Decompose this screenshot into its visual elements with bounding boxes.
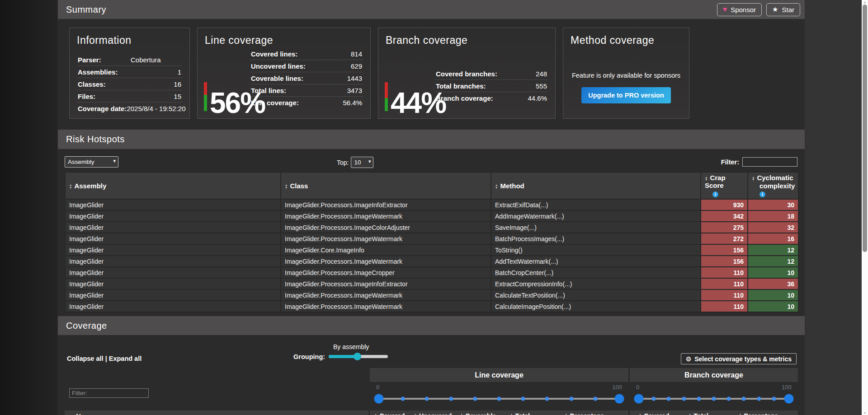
- method-link-cell[interactable]: SaveImage(...): [491, 222, 701, 233]
- slider-dot: [569, 397, 573, 401]
- slider-handle[interactable]: [615, 394, 624, 404]
- class-link-cell[interactable]: ImageGlider.Processors.ImageCropper: [281, 267, 491, 278]
- scroll-up-arrow-icon[interactable]: ▲: [862, 0, 868, 4]
- stat-row: Coverable lines: 1443: [250, 72, 363, 84]
- scroll-down-arrow-icon[interactable]: ▼: [862, 411, 868, 415]
- method-link-cell[interactable]: CalculateTextPosition(...): [491, 289, 701, 301]
- column-header-covered[interactable]: ▲▼Covered: [370, 412, 409, 415]
- method-link-cell[interactable]: CalculateImagePosition(...): [491, 301, 701, 312]
- assembly-cell: ImageGlider: [65, 199, 281, 210]
- column-header-uncovered[interactable]: ▲▼Uncovered: [409, 412, 457, 415]
- method-link-cell[interactable]: BatchProcessImages(...): [491, 233, 701, 244]
- column-header-method[interactable]: ▲▼Method: [491, 172, 701, 199]
- grouping-value-label: By assembly: [333, 343, 388, 350]
- class-link-cell[interactable]: ImageGlider.Core.ImageInfo: [281, 244, 491, 256]
- slider-handle[interactable]: [784, 394, 794, 404]
- info-icon[interactable]: [712, 191, 718, 197]
- risk-hotspots-header-row: ▲▼Assembly ▲▼Class ▲▼Method ▲▼Crap Score…: [65, 172, 798, 199]
- top-n-select-wrap: 10: [351, 157, 373, 168]
- column-header-covered[interactable]: ▲▼Covered: [630, 412, 678, 415]
- risk-filter-control: Filter:: [721, 157, 797, 167]
- column-header-crap-score[interactable]: ▲▼Crap Score: [701, 172, 748, 199]
- method-link-cell[interactable]: ExtractCompressionInfo(...): [491, 278, 701, 289]
- slider-dot: [742, 397, 746, 401]
- class-link-cell[interactable]: ImageGlider.Processors.ImageWatermark: [281, 233, 491, 244]
- method-link-cell[interactable]: ExtractExifData(...): [491, 199, 701, 210]
- crap-score-cell: 110: [701, 301, 748, 312]
- select-metrics-button[interactable]: ⚙ Select coverage types & metrics: [681, 353, 797, 364]
- method-link-cell[interactable]: AddImageWatermark(...): [491, 210, 701, 222]
- link-separator: |: [105, 355, 107, 362]
- coverage-table-header: Line coverage Branch coverage 0 100 0 10…: [65, 368, 798, 415]
- scrollbar-thumb[interactable]: [863, 5, 867, 252]
- column-header-name[interactable]: ▲Name: [65, 410, 368, 415]
- stat-label: Coverage date:: [78, 105, 127, 112]
- hotspot-row: ImageGlider ImageGlider.Processors.Image…: [65, 278, 798, 289]
- stat-row: Line coverage: 56.4%: [250, 97, 363, 109]
- vertical-scrollbar[interactable]: ▲ ▼: [862, 0, 868, 415]
- cyclomatic-complexity-cell: 10: [748, 301, 798, 312]
- top-n-control: Top: 10: [337, 157, 373, 168]
- column-header-percentage[interactable]: ▲▼Percentage: [540, 412, 628, 415]
- upgrade-pro-button[interactable]: Upgrade to PRO version: [581, 87, 671, 103]
- range-slider-track[interactable]: [639, 393, 789, 404]
- class-link-cell[interactable]: ImageGlider.Processors.ImageWatermark: [281, 210, 491, 222]
- slider-dot: [401, 397, 405, 401]
- star-button[interactable]: ★ Star: [766, 3, 800, 16]
- method-link-cell[interactable]: AddTextWatermark(...): [491, 256, 701, 267]
- class-link-cell[interactable]: ImageGlider.Processors.ImageWatermark: [281, 256, 491, 267]
- method-link-cell[interactable]: BatchCropCenter(...): [491, 267, 701, 278]
- hotspot-row: ImageGlider ImageGlider.Processors.Image…: [65, 301, 798, 312]
- line-coverage-card: Line coverage Covered lines: 814 Uncover…: [197, 28, 371, 119]
- column-header-coverable[interactable]: ▲▼Coverable: [457, 412, 500, 415]
- column-label: Assembly: [74, 182, 106, 190]
- slider-handle[interactable]: [634, 394, 644, 404]
- risk-filter-input[interactable]: [742, 157, 797, 167]
- stat-row: Total branches: 555: [435, 80, 548, 92]
- column-header-class[interactable]: ▲▼Class: [281, 172, 491, 199]
- column-label: Total: [515, 412, 530, 415]
- class-link-cell[interactable]: ImageGlider.Processors.ImageWatermark: [281, 301, 491, 312]
- range-min-label: 0: [636, 384, 639, 391]
- slider-handle[interactable]: [374, 394, 384, 404]
- range-slider-track[interactable]: [379, 393, 619, 404]
- slider-dot: [757, 397, 761, 401]
- assembly-cell: ImageGlider: [65, 210, 281, 222]
- info-icon[interactable]: [760, 191, 765, 197]
- assembly-cell: ImageGlider: [65, 244, 281, 256]
- coverage-filter-input[interactable]: [69, 388, 149, 398]
- line-coverage-group-header: Line coverage: [370, 368, 628, 382]
- grouping-slider[interactable]: [329, 353, 388, 360]
- class-link-cell[interactable]: ImageGlider.Processors.ImageInfoExtracto…: [281, 278, 491, 289]
- risk-hotspots-controls: Assembly Top: 10 Filter:: [58, 156, 805, 168]
- column-header-assembly[interactable]: ▲▼Assembly: [65, 172, 281, 199]
- column-header-percentage[interactable]: ▲▼Percentage: [719, 412, 798, 415]
- column-label: Coverable: [465, 412, 496, 415]
- range-max-label: 100: [612, 384, 622, 391]
- column-header-cyclomatic-complexity[interactable]: ▲▼Cyclomaticcomplexity: [748, 172, 798, 199]
- assembly-filter-select[interactable]: Assembly: [65, 156, 118, 168]
- column-label: Total: [694, 412, 708, 415]
- sort-icon: ▲▼: [495, 184, 498, 189]
- grouping-slider-handle[interactable]: [354, 353, 361, 360]
- class-link-cell[interactable]: ImageGlider.Processors.ImageColorAdjuste…: [281, 222, 491, 233]
- class-link-cell[interactable]: ImageGlider.Processors.ImageWatermark: [281, 289, 491, 301]
- crap-score-cell: 272: [701, 233, 748, 244]
- sponsor-button[interactable]: ♥ Sponsor: [717, 3, 762, 16]
- hotspot-row: ImageGlider ImageGlider.Processors.Image…: [65, 210, 798, 222]
- class-link-cell[interactable]: ImageGlider.Processors.ImageInfoExtracto…: [281, 199, 491, 210]
- method-coverage-card: Method coverage Feature is only availabl…: [563, 28, 689, 119]
- column-header-total[interactable]: ▲▼Total: [678, 412, 719, 415]
- hotspot-row: ImageGlider ImageGlider.Processors.Image…: [65, 256, 798, 267]
- line-coverage-range-cell: 0 100: [370, 382, 628, 410]
- column-header-total[interactable]: ▲▼Total: [500, 412, 540, 415]
- grouping-label: Grouping:: [293, 353, 325, 360]
- method-link-cell[interactable]: ToString(): [491, 244, 701, 256]
- collapse-all-link[interactable]: Collapse all: [67, 355, 104, 362]
- range-labels: 0 100: [636, 384, 792, 391]
- expand-all-link[interactable]: Expand all: [109, 355, 142, 362]
- hotspot-row: ImageGlider ImageGlider.Core.ImageInfo T…: [65, 244, 798, 256]
- top-n-select[interactable]: 10: [351, 157, 373, 168]
- slider-dot: [521, 397, 525, 401]
- sort-icon: ▲▼: [739, 413, 741, 415]
